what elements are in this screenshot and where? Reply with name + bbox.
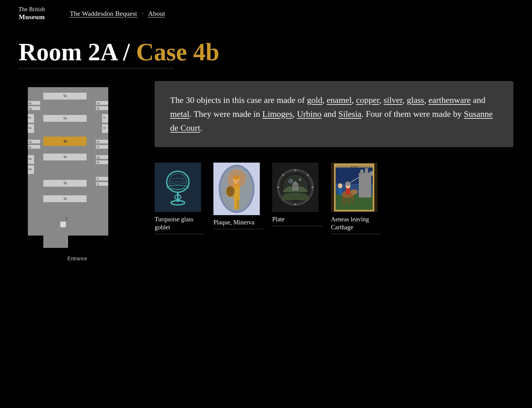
svg-text:7g: 7g	[97, 156, 100, 159]
nav-separator: •	[142, 12, 143, 15]
svg-text:6f: 6f	[28, 116, 31, 119]
svg-rect-92	[359, 173, 371, 198]
aeneas-image: ✦ ✦ ✦	[331, 163, 377, 212]
logo: The British Museum	[19, 6, 45, 21]
svg-point-59	[167, 185, 189, 189]
svg-line-100	[353, 196, 353, 203]
separator: /	[117, 38, 136, 66]
description-box: The 30 objects in this case are made of …	[155, 81, 513, 147]
svg-text:4b: 4b	[63, 140, 67, 143]
title-divider	[19, 68, 173, 69]
goblet-divider	[155, 234, 204, 234]
place-urbino[interactable]: Urbino	[297, 109, 321, 119]
case-label: Case 4b	[136, 38, 219, 66]
svg-text:7j: 7j	[97, 183, 99, 186]
svg-point-85	[298, 178, 302, 181]
plate-image	[272, 163, 319, 212]
material-copper[interactable]: copper	[356, 95, 379, 105]
nav-waddesdon[interactable]: The Waddesdon Bequest	[70, 10, 137, 18]
plaque-divider	[213, 229, 263, 229]
thumb-plate[interactable]: Plate	[272, 163, 322, 226]
svg-rect-69	[237, 200, 239, 209]
logo-top: The British	[19, 6, 45, 13]
floor-plan-svg: 6h 6g 6f 6e 6d 6c 6b 6a 7a	[19, 81, 118, 254]
svg-rect-94	[365, 168, 368, 176]
goblet-image	[155, 163, 201, 212]
svg-point-70	[227, 170, 246, 188]
plate-label: Plate	[272, 215, 322, 223]
svg-point-101	[350, 189, 358, 194]
svg-text:7h: 7h	[97, 161, 100, 164]
material-metal[interactable]: metal	[170, 109, 189, 119]
svg-line-97	[343, 197, 343, 204]
svg-point-104	[345, 181, 351, 186]
svg-text:↑: ↑	[66, 237, 69, 245]
thumb-plaque[interactable]: Plaque, Minerva	[213, 163, 263, 229]
page-title: Room 2A / Case 4b	[19, 40, 513, 64]
material-silver[interactable]: silver	[384, 95, 402, 105]
svg-line-99	[350, 197, 350, 204]
place-silesia[interactable]: Silesia	[338, 109, 362, 119]
aeneas-divider	[331, 234, 380, 234]
svg-text:7i: 7i	[97, 177, 99, 181]
aeneas-label: Aeneas leaving Carthage	[331, 215, 380, 231]
floor-plan-container: 6h 6g 6f 6e 6d 6c 6b 6a 7a	[19, 81, 136, 261]
svg-text:✦ ✦ ✦: ✦ ✦ ✦	[351, 166, 358, 168]
thumbnails-row: Turquoise glass goblet	[155, 163, 513, 234]
svg-text:6d: 6d	[28, 140, 32, 143]
svg-rect-1	[43, 229, 68, 248]
svg-point-84	[288, 179, 293, 184]
svg-text:3b: 3b	[63, 181, 67, 185]
material-gold[interactable]: gold	[307, 95, 322, 105]
description-text: The 30 objects in this case are made of …	[170, 93, 498, 135]
svg-rect-95	[370, 171, 373, 176]
svg-text:6c: 6c	[28, 146, 32, 149]
goblet-label: Turquoise glass goblet	[155, 215, 204, 231]
svg-text:7c: 7c	[103, 116, 106, 119]
svg-rect-86	[292, 184, 298, 190]
svg-text:4a: 4a	[63, 155, 67, 159]
thumb-goblet[interactable]: Turquoise glass goblet	[155, 163, 204, 234]
svg-text:2: 2	[66, 217, 68, 221]
entrance-label: Entrance	[19, 256, 136, 261]
svg-line-98	[345, 198, 346, 204]
svg-rect-68	[234, 200, 237, 209]
place-limoges[interactable]: Limoges	[262, 109, 293, 119]
svg-text:3a: 3a	[63, 197, 67, 200]
svg-text:6h: 6h	[28, 102, 32, 105]
svg-text:7e: 7e	[97, 140, 100, 143]
svg-text:5a: 5a	[63, 117, 67, 120]
room-label: Room 2A	[19, 38, 117, 66]
right-content: The 30 objects in this case are made of …	[155, 81, 513, 234]
main-content: 6h 6g 6f 6e 6d 6c 6b 6a 7a	[0, 75, 532, 268]
svg-point-107	[338, 183, 342, 188]
svg-text:7a: 7a	[97, 102, 100, 105]
material-earthenware[interactable]: earthenware	[428, 95, 471, 105]
header: The British Museum The Waddesdon Bequest…	[0, 0, 532, 27]
logo-bottom: Museum	[19, 13, 45, 21]
svg-rect-51	[60, 222, 66, 227]
svg-text:5b: 5b	[63, 94, 67, 98]
svg-text:7f: 7f	[97, 146, 99, 149]
plaque-image	[213, 163, 260, 215]
thumb-aeneas[interactable]: ✦ ✦ ✦ Aeneas leaving Carthage	[331, 163, 380, 234]
plate-divider	[272, 226, 322, 226]
svg-text:6b: 6b	[28, 157, 32, 160]
svg-text:6e: 6e	[28, 126, 32, 130]
page-title-section: Room 2A / Case 4b	[0, 27, 532, 75]
svg-text:7b: 7b	[97, 107, 100, 110]
svg-text:6a: 6a	[28, 168, 32, 171]
material-glass[interactable]: glass	[407, 95, 424, 105]
svg-text:7d: 7d	[103, 126, 106, 130]
plaque-label: Plaque, Minerva	[213, 218, 263, 226]
svg-rect-93	[360, 170, 363, 176]
nav: The Waddesdon Bequest • About	[70, 10, 165, 18]
nav-about[interactable]: About	[148, 10, 165, 18]
maker-susanne[interactable]: Susanne de Court	[170, 109, 493, 133]
svg-text:6g: 6g	[28, 107, 32, 110]
material-enamel[interactable]: enamel	[327, 95, 352, 105]
